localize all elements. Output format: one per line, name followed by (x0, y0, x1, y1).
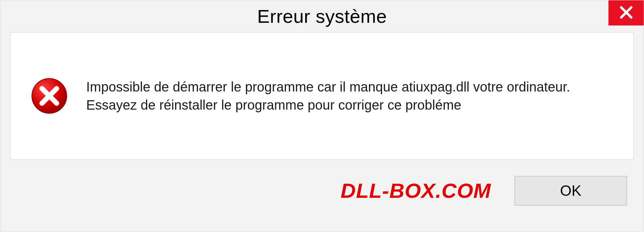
ok-button[interactable]: OK (515, 176, 627, 206)
error-dialog: Erreur système (0, 0, 644, 232)
close-button[interactable] (608, 0, 644, 25)
error-icon (31, 77, 68, 114)
ok-button-label: OK (560, 182, 582, 199)
close-icon (619, 5, 633, 21)
titlebar: Erreur système (0, 0, 644, 32)
error-message: Impossible de démarrer le programme car … (86, 78, 613, 114)
dialog-body: Impossible de démarrer le programme car … (10, 32, 634, 160)
dialog-title: Erreur système (257, 5, 387, 27)
brand-watermark: DLL-BOX.COM (341, 179, 491, 202)
dialog-footer: DLL-BOX.COM OK (0, 160, 644, 222)
